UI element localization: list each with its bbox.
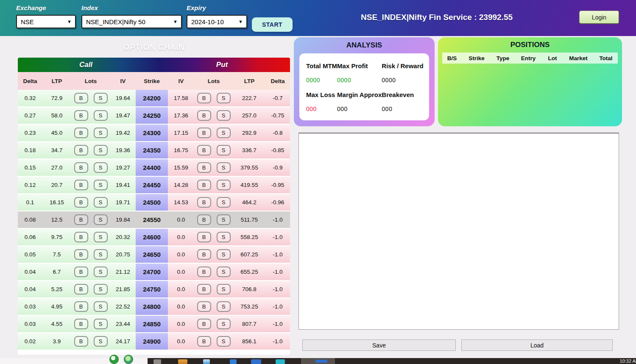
call-sell-button[interactable]: S [94,93,108,103]
plant-icon[interactable] [109,355,119,364]
load-button[interactable]: Load [461,339,613,351]
col-put-delta: Delta [265,72,290,90]
call-delta-value: 0.04 [18,264,42,280]
put-sell-button[interactable]: S [217,267,231,277]
strike-value: 24550 [136,211,168,228]
put-buy-button[interactable]: B [197,267,211,277]
folder-icon[interactable] [178,359,187,364]
index-select[interactable]: NSE_INDEX|Nifty 50 ▼ [81,15,182,28]
put-buy-button[interactable]: B [197,145,211,156]
put-ltp-value: 419.55 [233,177,265,193]
call-buy-button[interactable]: B [74,93,88,103]
call-buy-button[interactable]: B [74,197,88,208]
app-icon-gray[interactable] [153,359,161,364]
put-sell-button[interactable]: S [217,249,231,260]
login-button[interactable]: Login [579,11,619,24]
exchange-select[interactable]: NSE ▼ [16,15,76,28]
call-iv-value: 19.47 [110,107,136,124]
strike-value: 24850 [136,316,168,332]
call-buy-button[interactable]: B [74,267,88,277]
call-ltp-value: 20.7 [42,177,71,193]
put-buy-button[interactable]: B [197,128,211,138]
call-sell-button[interactable]: S [94,128,108,138]
call-sell-button[interactable]: S [94,110,108,121]
put-sell-button[interactable]: S [217,145,231,156]
window-icon-cyan[interactable] [276,359,285,364]
strike-value: 24900 [136,333,168,350]
put-iv-value: 0.0 [168,316,194,332]
put-buy-button[interactable]: B [197,197,211,208]
put-buy-button[interactable]: B [197,162,211,173]
put-delta-value: -1.0 [265,246,290,263]
put-ltp-value: 807.7 [233,316,265,332]
positions-title: POSITIONS [438,37,622,53]
put-sell-button[interactable]: S [217,284,231,295]
active-app-icon [315,360,327,363]
save-button[interactable]: Save [302,339,456,351]
put-sell-button[interactable]: S [217,93,231,103]
call-buy-button[interactable]: B [74,284,88,295]
put-sell-button[interactable]: S [217,162,231,173]
expiry-select[interactable]: 2024-10-10 ▼ [187,15,247,28]
window-icon-blue[interactable] [251,359,261,364]
chevron-down-icon: ▼ [173,19,178,24]
put-buy-button[interactable]: B [197,336,211,347]
call-buy-button[interactable]: B [74,336,88,347]
call-buy-button[interactable]: B [74,232,88,242]
put-buy-button[interactable]: B [197,110,211,121]
call-sell-button[interactable]: S [94,284,108,295]
call-sell-button[interactable]: S [94,232,108,242]
put-buy-button[interactable]: B [197,232,211,242]
call-buy-button[interactable]: B [74,319,88,329]
put-sell-button[interactable]: S [217,232,231,242]
positions-body [438,64,622,119]
call-buy-button[interactable]: B [74,128,88,138]
strike-value: 24650 [136,246,168,263]
call-sell-button[interactable]: S [94,197,108,208]
call-sell-button[interactable]: S [94,180,108,190]
start-button[interactable]: START [252,17,293,32]
put-sell-button[interactable]: S [217,336,231,347]
put-buy-button[interactable]: B [197,214,211,225]
call-sell-button[interactable]: S [94,162,108,173]
chevron-down-icon: ▼ [238,19,243,24]
active-app-button[interactable] [301,358,335,364]
call-sell-button[interactable]: S [94,319,108,329]
call-sell-button[interactable]: S [94,249,108,260]
put-buy-button[interactable]: B [197,301,211,312]
put-sell-button[interactable]: S [217,180,231,190]
call-buy-button[interactable]: B [74,145,88,156]
put-sell-button[interactable]: S [217,301,231,312]
call-sell-button[interactable]: S [94,214,108,225]
positions-panel: POSITIONS B/S Strike Type Entry Lot Mark… [438,37,622,126]
col-market: Market [563,55,594,61]
put-sell-button[interactable]: S [217,319,231,329]
call-buy-button[interactable]: B [74,180,88,190]
call-buy-button[interactable]: B [74,249,88,260]
option-chain-row: 0.15 27.0 B S 19.27 24400 15.59 B S 379.… [18,159,290,177]
put-sell-button[interactable]: S [217,214,231,225]
call-sell-button[interactable]: S [94,336,108,347]
put-sell-button[interactable]: S [217,197,231,208]
call-buy-button[interactable]: B [74,301,88,312]
call-iv-value: 19.84 [110,211,136,228]
option-chain-row: 0.1 16.15 B S 19.71 24500 14.53 B S 464.… [18,194,290,211]
call-buy-button[interactable]: B [74,110,88,121]
put-buy-button[interactable]: B [197,284,211,295]
call-sell-button[interactable]: S [94,267,108,277]
call-sell-button[interactable]: S [94,145,108,156]
paint-icon[interactable] [203,359,210,364]
call-buy-button[interactable]: B [74,214,88,225]
put-sell-button[interactable]: S [217,128,231,138]
put-buy-button[interactable]: B [197,319,211,329]
put-buy-button[interactable]: B [197,249,211,260]
globe-icon[interactable] [124,355,133,364]
call-sell-button[interactable]: S [94,301,108,312]
put-sell-button[interactable]: S [217,110,231,121]
put-buy-button[interactable]: B [197,93,211,103]
put-buy-button[interactable]: B [197,180,211,190]
option-chain-row: 0.08 12.5 B S 19.84 24550 0.0 B S 511.75… [18,211,290,229]
app-icon-blue[interactable] [230,359,237,364]
option-chain-row: 0.06 9.75 B S 20.32 24600 0.0 B S 558.25… [18,229,290,246]
call-buy-button[interactable]: B [74,162,88,173]
